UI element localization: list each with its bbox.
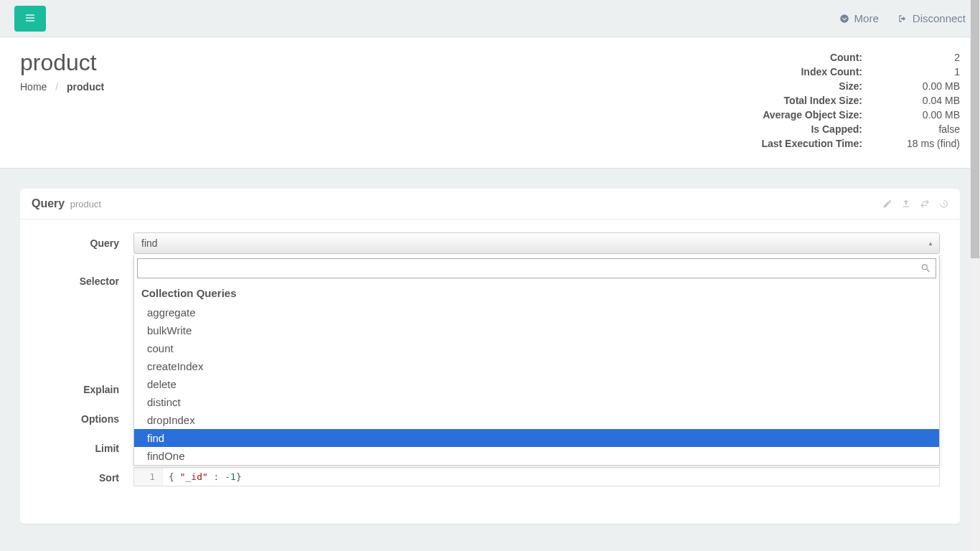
query-select[interactable]: find ▲ — [133, 232, 940, 254]
stat-iscapped-label: Is Capped: — [726, 122, 862, 136]
sort-editor[interactable]: 1 { "_id" : -1} — [133, 467, 940, 486]
label-selector: Selector — [40, 263, 133, 287]
scrollbar-thumb[interactable] — [971, 0, 979, 258]
panel-title-text: Query — [32, 197, 65, 209]
disconnect-link[interactable]: Disconnect — [897, 12, 966, 24]
option-count[interactable]: count — [134, 339, 939, 357]
panel-title: Query product — [32, 197, 101, 210]
label-options: Options — [40, 408, 133, 425]
panel-subtitle: product — [70, 199, 101, 209]
option-aggregate[interactable]: aggregate — [134, 303, 939, 321]
more-label: More — [854, 12, 879, 24]
breadcrumb-current: product — [67, 81, 104, 93]
svg-rect-1 — [26, 17, 34, 18]
stat-totalindexsize-label: Total Index Size: — [726, 93, 862, 108]
breadcrumb-separator: / — [55, 81, 58, 93]
option-distinct[interactable]: distinct — [134, 393, 939, 411]
history-icon[interactable] — [938, 198, 948, 209]
stat-size-value: 0.00 MB — [862, 79, 960, 93]
page-scrollbar[interactable] — [970, 0, 980, 551]
stat-totalindexsize-value: 0.04 MB — [862, 93, 960, 108]
editor-line-1[interactable]: { "_id" : -1} — [163, 468, 248, 486]
stat-indexcount-label: Index Count: — [726, 65, 862, 79]
option-findOne[interactable]: findOne — [134, 447, 939, 465]
top-navbar: More Disconnect — [0, 0, 980, 37]
search-icon — [920, 263, 930, 274]
stat-iscapped-value: false — [862, 122, 960, 136]
svg-point-3 — [840, 14, 849, 23]
sign-out-icon — [897, 13, 908, 24]
row-query: Query find ▲ — [40, 232, 940, 254]
stat-size-label: Size: — [726, 79, 862, 93]
breadcrumb: Home / product — [20, 81, 104, 93]
breadcrumb-home[interactable]: Home — [20, 81, 47, 93]
dropdown-search-input[interactable] — [137, 258, 936, 278]
svg-point-4 — [922, 265, 927, 270]
option-createIndex[interactable]: createIndex — [134, 357, 939, 375]
dropdown-list[interactable]: Collection Queries aggregate bulkWrite c… — [134, 281, 939, 465]
stat-lastexec-value: 18 ms (find) — [862, 136, 960, 151]
stat-avgobjsize-value: 0.00 MB — [862, 108, 960, 122]
svg-rect-0 — [26, 14, 34, 15]
row-sort: Sort 1 { "_id" : -1} — [40, 467, 940, 486]
label-query: Query — [40, 232, 133, 249]
hamburger-button[interactable] — [14, 6, 46, 32]
panel-body: Query find ▲ — [20, 220, 960, 524]
svg-line-5 — [927, 269, 930, 272]
dropdown-group-label: Collection Queries — [134, 281, 939, 303]
option-delete[interactable]: delete — [134, 375, 939, 393]
option-dropIndex[interactable]: dropIndex — [134, 411, 939, 429]
svg-rect-2 — [26, 20, 34, 21]
stat-indexcount-value: 1 — [862, 65, 960, 79]
label-limit: Limit — [40, 438, 133, 454]
edit-icon[interactable] — [882, 198, 892, 209]
query-panel-header: Query product — [20, 189, 960, 220]
page-header: product Home / product Count:2 Index Cou… — [0, 37, 980, 169]
nav-right: More Disconnect — [839, 12, 966, 24]
upload-icon[interactable] — [901, 198, 911, 209]
editor-gutter: 1 — [134, 468, 163, 486]
more-menu[interactable]: More — [839, 12, 879, 24]
option-bulkWrite[interactable]: bulkWrite — [134, 321, 939, 339]
collection-stats: Count:2 Index Count:1 Size:0.00 MB Total… — [726, 50, 960, 151]
caret-up-icon: ▲ — [928, 240, 933, 247]
transfer-icon[interactable] — [920, 198, 930, 209]
chevron-circle-down-icon — [839, 13, 849, 24]
dropdown-search — [134, 255, 939, 281]
hamburger-icon — [24, 11, 36, 26]
stat-avgobjsize-label: Average Object Size: — [726, 108, 862, 122]
query-select-value: find — [141, 237, 158, 249]
content-wrap: Query product Query find ▲ — [0, 169, 980, 544]
page-title: product — [20, 50, 104, 75]
query-panel: Query product Query find ▲ — [20, 189, 960, 524]
gutter-line-1: 1 — [149, 471, 155, 482]
disconnect-label: Disconnect — [913, 12, 966, 24]
label-explain: Explain — [40, 379, 133, 395]
stat-lastexec-label: Last Execution Time: — [726, 136, 862, 151]
option-find[interactable]: find — [134, 429, 939, 447]
query-dropdown: Collection Queries aggregate bulkWrite c… — [133, 255, 940, 466]
panel-actions — [882, 198, 948, 209]
stat-count-value: 2 — [862, 50, 960, 65]
label-sort: Sort — [40, 467, 133, 484]
stat-count-label: Count: — [726, 50, 862, 65]
